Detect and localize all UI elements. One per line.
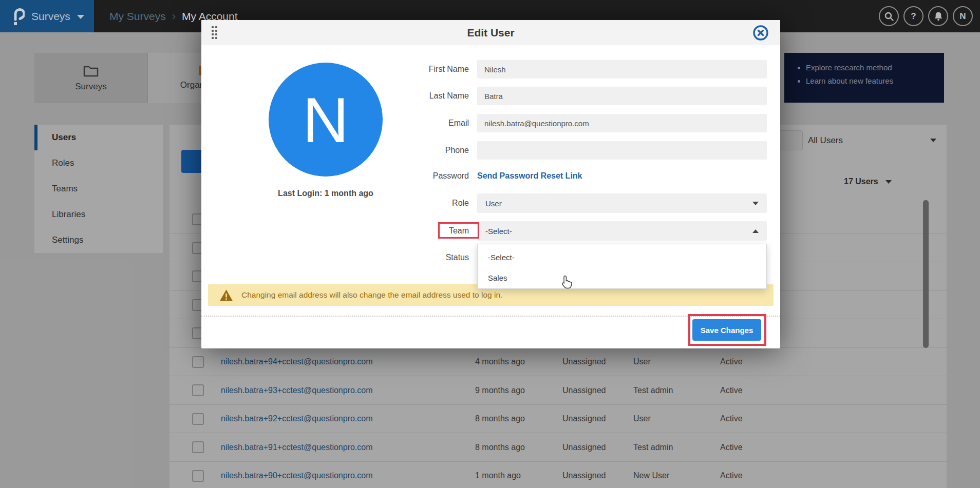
chevron-up-icon [752, 229, 759, 233]
bell-icon [934, 11, 943, 21]
footer-divider [201, 316, 780, 317]
close-button[interactable] [752, 25, 769, 41]
save-changes-button[interactable]: Save Changes [692, 319, 761, 341]
breadcrumb-my-surveys[interactable]: My Surveys [109, 10, 166, 23]
modal-title: Edit User [467, 27, 514, 39]
role-select[interactable]: User [477, 193, 767, 213]
search-button[interactable] [879, 6, 899, 26]
warning-icon [219, 289, 233, 302]
email-field[interactable] [477, 114, 767, 132]
mouse-cursor-icon [560, 275, 572, 290]
warning-text: Changing email address will also change … [241, 290, 502, 300]
edit-user-modal: Edit User N Last Login: 1 month ago Firs… [201, 20, 780, 348]
breadcrumb-separator: › [172, 10, 176, 23]
chevron-down-icon [77, 15, 84, 19]
avatar-initial: N [959, 11, 966, 22]
notifications-button[interactable] [928, 6, 948, 26]
team-label: Team [201, 221, 469, 241]
status-label: Status [201, 248, 469, 267]
modal-header: Edit User [201, 20, 780, 45]
role-label: Role [201, 193, 469, 213]
team-value: -Select- [485, 227, 512, 236]
user-avatar-button[interactable]: N [953, 6, 973, 26]
search-icon [884, 12, 894, 21]
last-name-field[interactable] [477, 87, 767, 105]
help-button[interactable]: ? [903, 6, 924, 26]
email-label: Email [201, 114, 469, 132]
close-icon [752, 25, 769, 41]
password-reset-link[interactable]: Send Password Reset Link [477, 171, 582, 181]
product-switcher-label: Surveys [31, 10, 70, 23]
help-icon: ? [911, 11, 916, 22]
phone-label: Phone [201, 141, 469, 160]
first-name-label: First Name [201, 60, 469, 79]
last-name-label: Last Name [201, 87, 469, 105]
team-option[interactable]: -Select- [478, 247, 766, 267]
questionpro-logo [11, 7, 25, 26]
team-dropdown-panel: -Select- Sales [477, 244, 767, 289]
first-name-field[interactable] [477, 60, 767, 79]
password-label: Password [201, 171, 469, 181]
team-option[interactable]: Sales [478, 267, 766, 288]
team-select[interactable]: -Select- [477, 221, 767, 241]
role-value: User [485, 199, 502, 208]
chevron-down-icon [752, 202, 759, 205]
brand-menu[interactable]: Surveys [0, 0, 94, 32]
phone-field[interactable] [477, 141, 767, 160]
drag-handle-icon[interactable] [212, 26, 217, 39]
